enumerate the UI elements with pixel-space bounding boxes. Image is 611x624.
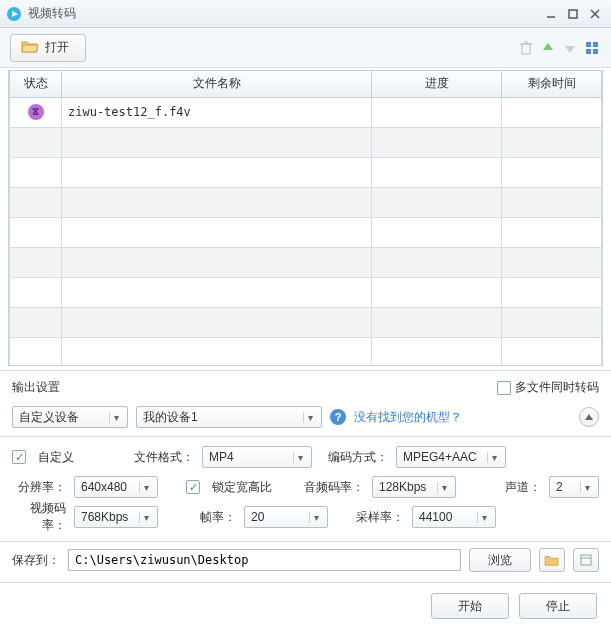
file-table: 状态 文件名称 进度 剩余时间 ⧖ ziwu-test12_f.f4v [8,70,603,366]
table-row[interactable] [10,187,602,217]
svg-rect-3 [569,10,577,18]
col-filename[interactable]: 文件名称 [62,71,372,97]
save-to-label: 保存到： [12,552,60,569]
lock-aspect-label: 锁定宽高比 [212,479,288,496]
save-path-input[interactable] [68,549,461,571]
table-row[interactable] [10,247,602,277]
cell-filename: ziwu-test12_f.f4v [62,97,372,127]
svg-rect-6 [522,44,530,54]
lock-aspect-checkbox[interactable] [186,480,200,494]
fps-label: 帧率： [186,509,236,526]
encode-label: 编码方式： [320,449,388,466]
history-button[interactable] [573,548,599,572]
cell-remaining [502,97,602,127]
file-format-label: 文件格式： [126,449,194,466]
open-folder-button[interactable] [539,548,565,572]
table-row[interactable] [10,307,602,337]
channels-select[interactable]: 2▾ [549,476,599,498]
sample-rate-label: 采样率： [336,509,404,526]
collapse-button[interactable] [579,407,599,427]
svg-marker-15 [585,414,593,420]
hourglass-icon: ⧖ [28,104,44,120]
chevron-down-icon: ▾ [139,482,153,493]
move-up-icon[interactable] [539,39,557,57]
svg-rect-14 [593,49,598,54]
delete-icon[interactable] [517,39,535,57]
browse-button[interactable]: 浏览 [469,548,531,572]
app-logo-icon [6,6,22,22]
titlebar: 视频转码 [0,0,611,28]
window-title: 视频转码 [28,5,539,22]
svg-marker-10 [565,46,575,53]
audio-bitrate-label: 音频码率： [296,479,364,496]
col-status[interactable]: 状态 [10,71,62,97]
col-remaining[interactable]: 剩余时间 [502,71,602,97]
bottom-bar: 开始 停止 [0,583,611,624]
device-name-select[interactable]: 我的设备1▾ [136,406,322,428]
folder-open-icon [21,39,39,56]
device-row: 自定义设备▾ 我的设备1▾ ? 没有找到您的机型？ [0,402,611,437]
video-bitrate-label: 视频码率： [12,500,66,534]
fps-select[interactable]: 20▾ [244,506,328,528]
chevron-down-icon: ▾ [293,452,307,463]
chevron-down-icon: ▾ [303,412,317,423]
chevron-down-icon: ▾ [309,512,323,523]
move-down-icon[interactable] [561,39,579,57]
table-row[interactable] [10,127,602,157]
table-row[interactable] [10,217,602,247]
svg-rect-16 [581,555,591,565]
svg-rect-12 [593,42,598,47]
svg-rect-11 [586,42,591,47]
col-progress[interactable]: 进度 [372,71,502,97]
open-button[interactable]: 打开 [10,34,86,62]
grid-view-icon[interactable] [583,39,601,57]
start-button[interactable]: 开始 [431,593,509,619]
output-settings-label: 输出设置 [12,379,60,396]
stop-button[interactable]: 停止 [519,593,597,619]
params-panel: 自定义 文件格式： MP4▾ 编码方式： MPEG4+AAC▾ 分辨率： 640… [0,437,611,542]
chevron-down-icon: ▾ [109,412,123,423]
resolution-label: 分辨率： [12,479,66,496]
close-button[interactable] [585,6,605,22]
open-button-label: 打开 [45,39,69,56]
save-row: 保存到： 浏览 [0,542,611,583]
chevron-down-icon: ▾ [139,512,153,523]
toolbar: 打开 [0,28,611,68]
table-row[interactable] [10,157,602,187]
multi-file-checkbox[interactable] [497,381,511,395]
output-settings-header: 输出设置 多文件同时转码 [0,370,611,402]
multi-file-label: 多文件同时转码 [515,379,599,396]
chevron-down-icon: ▾ [580,482,594,493]
channels-label: 声道： [501,479,541,496]
chevron-down-icon: ▾ [477,512,491,523]
svg-marker-9 [543,43,553,50]
table-row[interactable] [10,277,602,307]
custom-checkbox[interactable] [12,450,26,464]
chevron-down-icon: ▾ [437,482,451,493]
table-row[interactable]: ⧖ ziwu-test12_f.f4v [10,97,602,127]
help-icon[interactable]: ? [330,409,346,425]
file-format-select[interactable]: MP4▾ [202,446,312,468]
model-help-link[interactable]: 没有找到您的机型？ [354,409,462,426]
resolution-select[interactable]: 640x480▾ [74,476,158,498]
table-row[interactable] [10,337,602,366]
maximize-button[interactable] [563,6,583,22]
audio-bitrate-select[interactable]: 128Kbps▾ [372,476,456,498]
cell-progress [372,97,502,127]
minimize-button[interactable] [541,6,561,22]
device-type-select[interactable]: 自定义设备▾ [12,406,128,428]
sample-rate-select[interactable]: 44100▾ [412,506,496,528]
encode-select[interactable]: MPEG4+AAC▾ [396,446,506,468]
svg-rect-13 [586,49,591,54]
video-bitrate-select[interactable]: 768Kbps▾ [74,506,158,528]
chevron-down-icon: ▾ [487,452,501,463]
custom-label: 自定义 [38,449,118,466]
